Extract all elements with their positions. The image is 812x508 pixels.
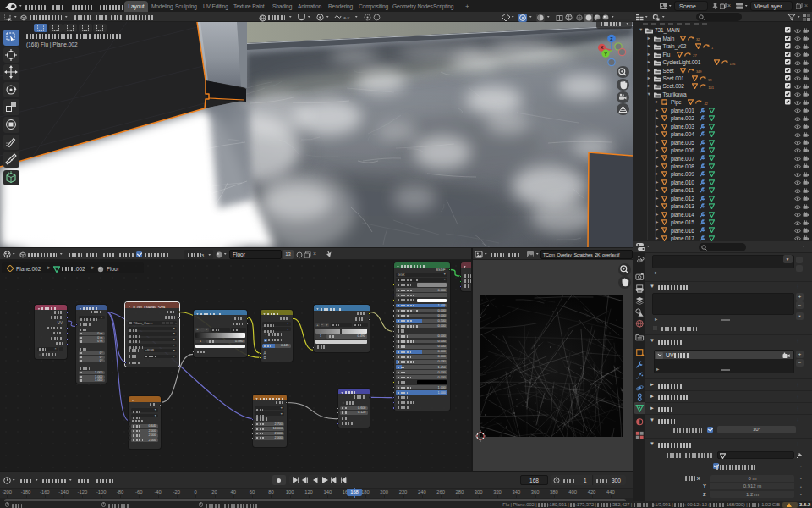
svg-text:X: X <box>601 45 604 50</box>
svg-text:Y: Y <box>604 52 607 57</box>
